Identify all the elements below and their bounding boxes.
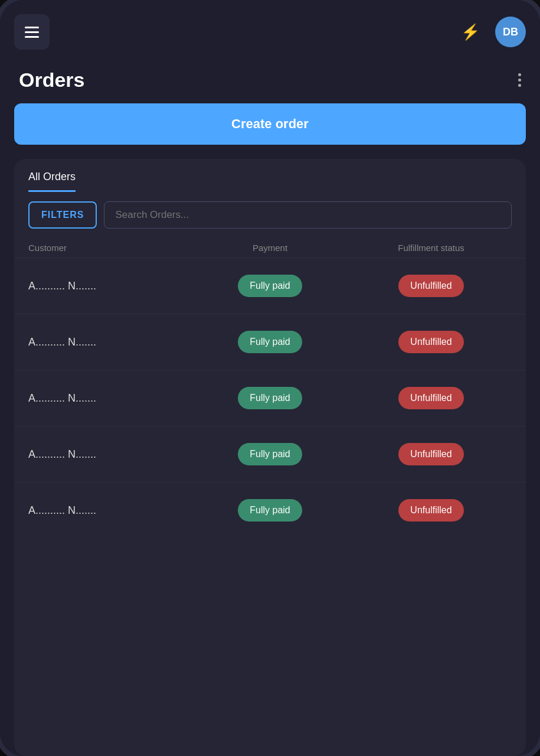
table-row[interactable]: A.......... N....... Fully paid Unfulfil… — [14, 370, 526, 426]
tabs-container: All Orders — [14, 159, 526, 192]
table-row[interactable]: A.......... N....... Fully paid Unfulfil… — [14, 482, 526, 538]
top-bar-right: ⚡ DB — [455, 17, 526, 47]
fulfillment-badge: Unfulfilled — [398, 331, 463, 353]
avatar[interactable]: DB — [495, 17, 526, 47]
device-frame: ⚡ DB Orders Create order All Orders — [0, 0, 540, 756]
table-row[interactable]: A.......... N....... Fully paid Unfulfil… — [14, 258, 526, 314]
fulfillment-badge: Unfulfilled — [398, 275, 463, 297]
payment-badge: Fully paid — [238, 499, 302, 522]
more-dot-2 — [518, 79, 521, 82]
page-title: Orders — [19, 69, 85, 92]
fulfillment-badge: Unfulfilled — [398, 387, 463, 409]
payment-badge: Fully paid — [238, 275, 302, 297]
fulfillment-badge: Unfulfilled — [398, 443, 463, 465]
orders-card: All Orders FILTERS Customer Payment Fulf… — [14, 159, 526, 756]
column-header-payment: Payment — [189, 243, 351, 253]
menu-icon-line1 — [25, 27, 39, 28]
payment-badge: Fully paid — [238, 387, 302, 409]
menu-button[interactable] — [14, 14, 50, 50]
customer-name: A.......... N....... — [28, 504, 189, 517]
filters-row: FILTERS — [14, 192, 526, 238]
menu-icon-line2 — [25, 31, 39, 33]
table-body: A.......... N....... Fully paid Unfulfil… — [14, 258, 526, 756]
fulfillment-badge: Unfulfilled — [398, 499, 463, 522]
table-row[interactable]: A.......... N....... Fully paid Unfulfil… — [14, 314, 526, 370]
top-bar: ⚡ DB — [0, 0, 540, 59]
lightning-icon: ⚡ — [461, 23, 480, 41]
column-header-customer: Customer — [28, 243, 189, 253]
page-header: Orders — [0, 59, 540, 103]
tab-all-orders[interactable]: All Orders — [28, 171, 76, 192]
table-row[interactable]: A.......... N....... Fully paid Unfulfil… — [14, 426, 526, 482]
more-options-button[interactable] — [518, 73, 521, 87]
menu-icon-line3 — [25, 36, 39, 38]
payment-badge: Fully paid — [238, 443, 302, 465]
column-header-fulfillment: Fulfillment status — [351, 243, 512, 253]
create-order-button[interactable]: Create order — [14, 103, 526, 145]
screen: ⚡ DB Orders Create order All Orders — [0, 0, 540, 756]
filters-button[interactable]: FILTERS — [28, 201, 97, 229]
table-header: Customer Payment Fulfillment status — [14, 238, 526, 258]
payment-badge: Fully paid — [238, 331, 302, 353]
search-input[interactable] — [104, 201, 512, 229]
more-dot-1 — [518, 73, 521, 76]
lightning-button[interactable]: ⚡ — [455, 17, 486, 47]
customer-name: A.......... N....... — [28, 448, 189, 461]
customer-name: A.......... N....... — [28, 280, 189, 292]
more-dot-3 — [518, 84, 521, 87]
customer-name: A.......... N....... — [28, 392, 189, 405]
customer-name: A.......... N....... — [28, 336, 189, 348]
